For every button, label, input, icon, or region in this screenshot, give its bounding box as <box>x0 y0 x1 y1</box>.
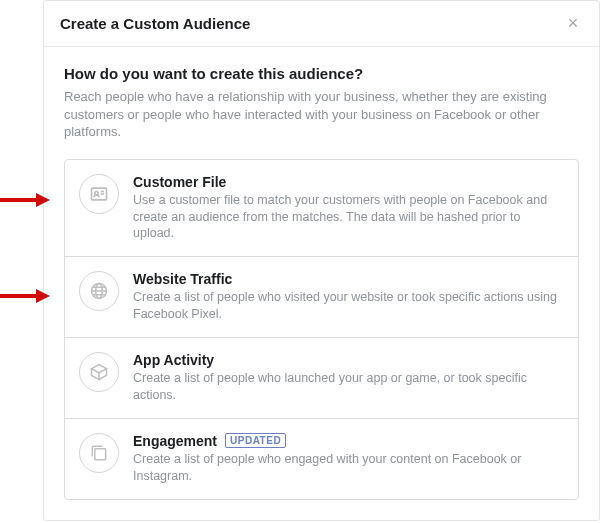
custom-audience-modal: Create a Custom Audience × How do you wa… <box>43 0 600 521</box>
contact-card-icon <box>79 174 119 214</box>
modal-header: Create a Custom Audience × <box>44 1 599 47</box>
option-body: Engagement UPDATED Create a list of peop… <box>133 433 564 485</box>
updated-badge: UPDATED <box>225 433 286 448</box>
svg-point-1 <box>95 191 98 194</box>
option-engagement[interactable]: Engagement UPDATED Create a list of peop… <box>65 418 578 499</box>
option-title: Customer File <box>133 174 226 190</box>
option-title: Website Traffic <box>133 271 232 287</box>
question-subtext: Reach people who have a relationship wit… <box>64 88 579 141</box>
option-desc: Create a list of people who engaged with… <box>133 451 564 485</box>
modal-body: How do you want to create this audience?… <box>44 47 599 520</box>
option-app-activity[interactable]: App Activity Create a list of people who… <box>65 337 578 418</box>
option-list: Customer File Use a customer file to mat… <box>64 159 579 500</box>
close-button[interactable]: × <box>563 14 583 34</box>
option-desc: Create a list of people who launched you… <box>133 370 564 404</box>
annotation-arrow <box>0 289 50 303</box>
option-body: App Activity Create a list of people who… <box>133 352 564 404</box>
option-title: Engagement <box>133 433 217 449</box>
option-customer-file[interactable]: Customer File Use a customer file to mat… <box>65 160 578 257</box>
option-desc: Use a customer file to match your custom… <box>133 192 564 243</box>
cube-icon <box>79 352 119 392</box>
modal-title: Create a Custom Audience <box>60 15 563 32</box>
close-icon: × <box>568 13 579 34</box>
option-body: Customer File Use a customer file to mat… <box>133 174 564 243</box>
svg-marker-11 <box>36 289 50 303</box>
svg-rect-7 <box>95 449 106 460</box>
option-title: App Activity <box>133 352 214 368</box>
svg-marker-9 <box>36 193 50 207</box>
svg-rect-0 <box>92 188 107 200</box>
option-body: Website Traffic Create a list of people … <box>133 271 564 323</box>
globe-icon <box>79 271 119 311</box>
option-website-traffic[interactable]: Website Traffic Create a list of people … <box>65 256 578 337</box>
question-heading: How do you want to create this audience? <box>64 65 579 82</box>
pages-icon <box>79 433 119 473</box>
option-desc: Create a list of people who visited your… <box>133 289 564 323</box>
annotation-arrow <box>0 193 50 207</box>
